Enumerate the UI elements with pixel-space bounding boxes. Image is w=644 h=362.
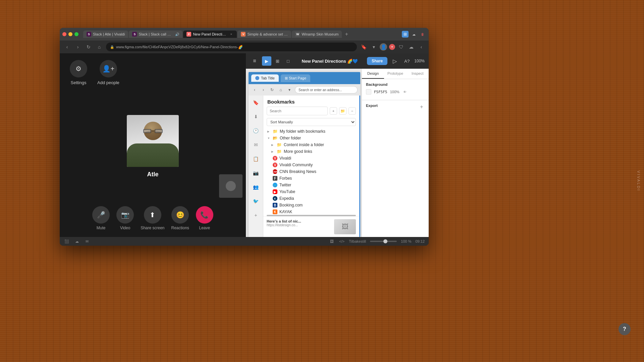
bookmark-folder-more[interactable]: ▶ 📁 More good links [263,148,359,155]
bookmark-folder-other[interactable]: ▼ 📂 Other folder [263,135,359,141]
audio-indicator: 🔊 [175,33,179,36]
sidebar-mail-icon[interactable]: ✉ [252,140,260,149]
tab-slack-atle[interactable]: S Slack | Atle | Vivaldi [83,31,128,38]
leave-button[interactable]: 📞 Leave [196,206,213,230]
bookmarks-sort-select[interactable]: Sort Manually [267,118,356,126]
sync-icon[interactable]: ☁ [411,31,417,38]
share-screen-button[interactable]: ⬆ Share screen [141,206,164,230]
background-color-swatch[interactable] [366,89,371,95]
bottom-window-icon[interactable]: ⬛ [64,238,70,244]
bookmarks-remove-btn[interactable]: − [348,107,356,115]
mute-button[interactable]: 🎤 Mute [92,206,110,230]
bookmark-youtube[interactable]: ▶ YouTube [263,188,359,195]
bookmark-cnn[interactable]: CNN CNN Breaking News [263,168,359,175]
back-button[interactable]: ‹ [63,43,71,51]
figma-frame-tool[interactable]: ⊞ [273,56,282,66]
inner-forward-button[interactable]: › [260,86,267,93]
close-button[interactable] [62,32,66,36]
mute-label: Mute [97,226,106,230]
inner-back-button[interactable]: ‹ [251,86,258,93]
title-bar: S Slack | Atle | Vivaldi S Slack | Slack… [60,28,429,41]
inner-reload-button[interactable]: ↻ [269,86,275,93]
fullscreen-button[interactable] [74,32,78,36]
user-avatar[interactable]: 👤 [380,43,387,51]
sidebar-twitter-icon[interactable]: 🐦 [252,197,260,205]
bookmark-forbes[interactable]: F Forbes [263,175,359,182]
bookmark-folder-content[interactable]: ▶ 📁 Content inside a folder [263,141,359,148]
bookmark-twitter[interactable]: 🐦 Twitter [263,182,359,188]
bookmarks-search-input[interactable] [267,107,328,115]
bookmark-icon[interactable]: 🔖 [360,43,368,51]
sync-nav-icon[interactable]: ☁ [407,43,415,51]
zoom-thumb[interactable] [383,239,387,243]
add-extension-button[interactable]: + [389,44,395,50]
settings-action[interactable]: ⚙ Settings [70,60,87,85]
tab-winamp[interactable]: W Winamp Skin Museum [292,31,342,38]
slack-call-panel: ⚙ Settings 👤+ Add people [60,53,246,237]
folder-arrow-content: ▶ [271,143,275,146]
inner-start-page[interactable]: ⊞ Start Page [281,74,310,82]
figma-selection-line [359,96,360,237]
zoom-slider[interactable] [370,241,397,242]
export-add-button[interactable]: + [419,104,425,110]
reload-button[interactable]: ↻ [85,43,93,51]
sidebar-history-icon[interactable]: 🕐 [252,126,260,135]
video-button[interactable]: 📷 Video [116,206,134,230]
bookmark-kayak[interactable]: K KAYAK [263,208,359,215]
reactions-button[interactable]: 😊 Reactions [171,206,189,230]
bookmark-booking[interactable]: B Booking.com [263,202,359,208]
sidebar-bookmark-icon[interactable]: 🔖 [252,98,260,107]
bottom-cloud-icon[interactable]: ☁ [74,238,80,244]
inner-home-button[interactable]: ⌂ [277,86,284,93]
add-people-label: Add people [97,80,119,85]
figma-menu-icon[interactable]: ≡ [250,56,259,66]
inner-tab-title[interactable]: Tab Title [251,74,279,82]
add-people-action[interactable]: 👤+ Add people [97,60,119,85]
figma-shapes-tool[interactable]: □ [283,56,293,66]
bookmark-folder-my[interactable]: ▶ 📁 My folder with bookmarks [263,128,359,135]
sidebar-download-icon[interactable]: ⬇ [252,112,260,121]
bottom-code-icon[interactable]: </> [339,238,345,244]
figma-share-button[interactable]: Share [367,57,387,65]
vivaldi-browser-mock: Tab Title ⊞ Start Page ‹ › ↻ ⌂ [249,72,360,237]
figma-play-button[interactable]: ▷ [390,56,399,66]
bookmark-vivaldi-community[interactable]: V Vivaldi Community [263,162,359,168]
sidebar-capture-icon[interactable]: 📷 [252,169,260,177]
minimize-button[interactable] [68,32,72,36]
bookmarks-folder-btn[interactable]: 📁 [339,107,346,115]
figma-help-button[interactable]: A? [402,56,412,66]
shield-icon[interactable]: 🛡 [397,43,405,51]
trash-icon[interactable]: 🗑 [419,31,426,38]
settings-label: Settings [71,80,87,85]
extensions-icon[interactable]: ⊞ [402,31,409,38]
tilbakestill-label: Tilbakestill [349,239,366,243]
tab-close-figma[interactable]: × [229,32,233,37]
sidebar-contacts-icon[interactable]: 👥 [252,183,260,191]
dropdown-button[interactable]: ▾ [370,43,378,51]
home-button[interactable]: ⌂ [95,43,103,51]
bookmarks-add-folder-btn[interactable]: + [330,107,337,115]
inner-address-bar[interactable]: Search or enter an address... [295,86,358,94]
tab-slack-call[interactable]: S Slack | Slack call with 🔊 [129,31,182,38]
nav-collapse-icon[interactable]: ‹ [417,43,425,51]
bookmark-card[interactable]: Here's a list of nic... https://listdesi… [263,216,359,237]
new-tab-button[interactable]: + [342,30,351,38]
bookmark-vivaldi[interactable]: V Vivaldi [263,155,359,162]
bottom-image-icon[interactable]: 🖼 [329,238,335,244]
add-people-icon: 👤+ [100,60,117,77]
tab-figma[interactable]: F New Panel Directions 🌈 × [183,31,237,38]
reactions-icon: 😊 [171,206,189,224]
tab-simple-advance[interactable]: V Simple & advance set ups [237,31,291,38]
forward-button[interactable]: › [74,43,82,51]
tab-prototype[interactable]: Prototype [384,69,406,79]
bookmark-expedia[interactable]: E Expedia [263,195,359,202]
address-bar[interactable]: 🔒 www.figma.com/file/CH6eFAnpcVZDeRj8x82… [106,43,357,51]
visibility-toggle-icon[interactable]: 👁 [402,89,408,95]
sidebar-notes-icon[interactable]: 📋 [252,155,260,163]
bottom-mail-icon[interactable]: ✉ [84,238,90,244]
sidebar-add-icon[interactable]: + [252,211,260,220]
tab-inspect[interactable]: Inspect [407,69,429,79]
figma-select-tool[interactable]: ▶ [262,56,271,66]
tab-design[interactable]: Design [362,69,384,79]
inner-dropdown-button[interactable]: ▾ [286,86,293,93]
